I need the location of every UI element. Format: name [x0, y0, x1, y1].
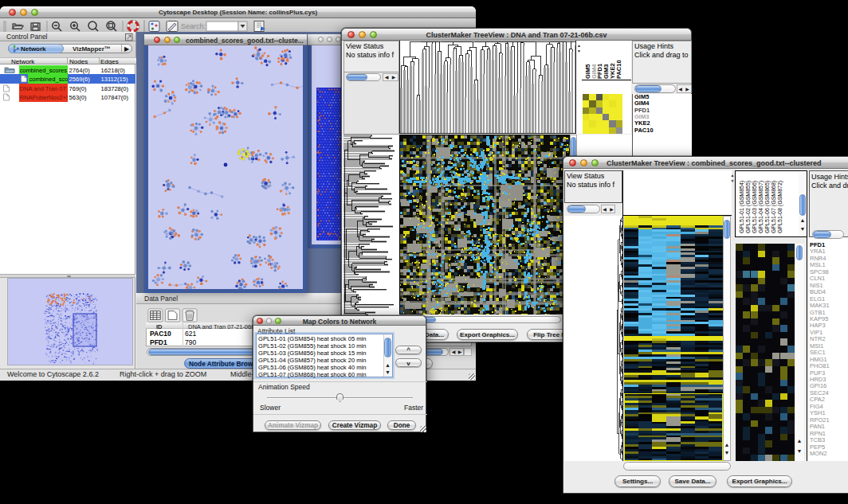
svg-text:Search:: Search: — [181, 22, 206, 30]
